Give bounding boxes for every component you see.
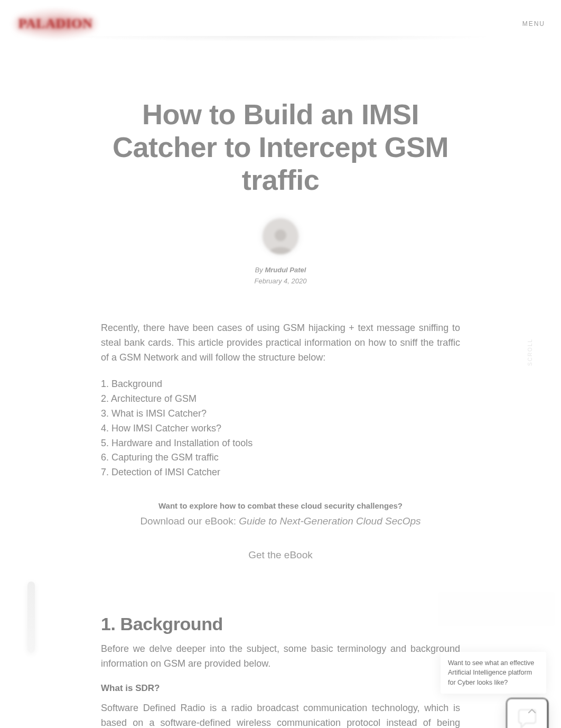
- intro-paragraph: Recently, there have been cases of using…: [101, 321, 460, 365]
- byline: By Mrudul Patel: [255, 266, 306, 274]
- brand-logo[interactable]: PALADION: [16, 14, 95, 33]
- side-accent-left: [27, 582, 35, 653]
- get-ebook-button[interactable]: Get the eBook: [248, 549, 312, 561]
- avatar-placeholder-icon: [266, 226, 295, 254]
- list-item: 2. Architecture of GSM: [101, 392, 460, 407]
- section-paragraph-2: Software Defined Radio is a radio broadc…: [101, 701, 460, 728]
- list-item: 1. Background: [101, 377, 460, 392]
- subsection-heading: What is SDR?: [101, 683, 460, 694]
- scroll-to-top-button[interactable]: [522, 701, 542, 721]
- post-date: February 4, 2020: [254, 277, 306, 285]
- cta-sub-lead: Download our eBook:: [140, 515, 239, 527]
- author-link[interactable]: Mrudul Patel: [265, 266, 306, 274]
- cta-ebook-name: Guide to Next-Generation Cloud SecOps: [239, 515, 420, 527]
- brand-wordmark: PALADION: [18, 16, 93, 32]
- section-paragraph: Before we delve deeper into the subject,…: [101, 642, 460, 671]
- topbar: PALADION MENU: [0, 0, 561, 48]
- section-heading: 1. Background: [101, 614, 460, 634]
- menu-button[interactable]: MENU: [522, 20, 545, 27]
- chat-tooltip[interactable]: Want to see what an effective Artificial…: [441, 652, 546, 693]
- cta-subtitle: Download our eBook: Guide to Next-Genera…: [101, 515, 460, 527]
- recaptcha-badge[interactable]: [438, 592, 555, 626]
- list-item: 6. Capturing the GSM traffic: [101, 450, 460, 465]
- byline-by: By: [255, 266, 263, 274]
- list-item: 7. Detection of IMSI Catcher: [101, 465, 460, 480]
- side-rail-vertical-text: SCROLL: [527, 338, 533, 366]
- article: How to Build an IMSI Catcher to Intercep…: [90, 98, 471, 728]
- cta-block: Want to explore how to combat these clou…: [101, 501, 460, 561]
- outline-list: 1. Background 2. Architecture of GSM 3. …: [101, 377, 460, 480]
- cta-headline: Want to explore how to combat these clou…: [101, 501, 460, 510]
- author-block: By Mrudul Patel February 4, 2020: [101, 218, 460, 285]
- svg-point-0: [275, 229, 286, 241]
- chevron-up-icon: [528, 707, 536, 715]
- author-avatar: [263, 218, 298, 254]
- topbar-shadow: [21, 36, 540, 48]
- post-title: How to Build an IMSI Catcher to Intercep…: [101, 98, 460, 196]
- list-item: 3. What is IMSI Catcher?: [101, 407, 460, 421]
- list-item: 5. Hardware and Installation of tools: [101, 436, 460, 451]
- list-item: 4. How IMSI Catcher works?: [101, 421, 460, 436]
